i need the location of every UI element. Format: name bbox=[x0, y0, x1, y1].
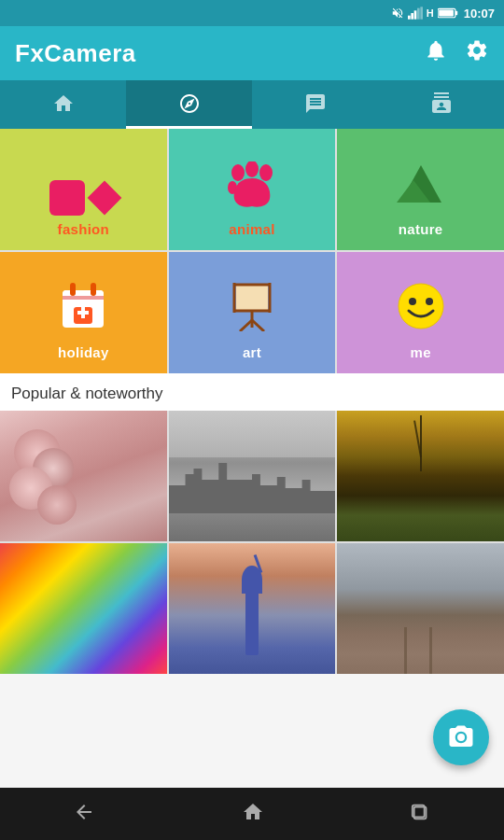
category-fashion[interactable]: fashion bbox=[0, 129, 167, 250]
svg-point-9 bbox=[245, 161, 259, 177]
photo-city[interactable] bbox=[169, 411, 336, 541]
camera-fab-button[interactable] bbox=[433, 709, 489, 765]
popular-title: Popular & noteworthy bbox=[11, 385, 163, 402]
home-button[interactable] bbox=[223, 793, 283, 835]
photo-field[interactable] bbox=[337, 543, 504, 674]
category-grid: fashion animal nature bbox=[0, 129, 504, 373]
photo-fruit[interactable] bbox=[0, 543, 167, 674]
app-header: FxCamera bbox=[0, 26, 504, 80]
nav-tabs bbox=[0, 80, 504, 129]
tab-contacts[interactable] bbox=[378, 80, 504, 129]
photo-sunset[interactable] bbox=[337, 411, 504, 541]
mute-icon bbox=[391, 7, 404, 20]
svg-rect-4 bbox=[420, 7, 423, 19]
category-animal[interactable]: animal bbox=[169, 129, 336, 250]
photo-grid bbox=[0, 411, 504, 674]
nature-label: nature bbox=[399, 221, 443, 237]
popular-section-header: Popular & noteworthy bbox=[0, 373, 504, 411]
header-icons bbox=[424, 38, 489, 68]
svg-rect-6 bbox=[455, 11, 457, 16]
svg-point-31 bbox=[409, 298, 416, 305]
bottom-nav-bar bbox=[0, 788, 504, 840]
tab-explore[interactable] bbox=[126, 80, 252, 129]
category-holiday[interactable]: holiday bbox=[0, 252, 167, 373]
signal-icon bbox=[408, 7, 423, 20]
svg-point-8 bbox=[231, 164, 245, 181]
svg-rect-22 bbox=[236, 285, 268, 311]
smiley-icon bbox=[396, 281, 446, 331]
status-icons: H 10:07 bbox=[391, 7, 495, 21]
svg-rect-0 bbox=[408, 16, 411, 20]
svg-rect-18 bbox=[63, 296, 104, 300]
mountain-icon bbox=[395, 161, 447, 208]
status-bar: H 10:07 bbox=[0, 0, 504, 26]
holiday-label: holiday bbox=[58, 344, 109, 360]
svg-rect-2 bbox=[413, 10, 416, 19]
notification-icon[interactable] bbox=[424, 38, 448, 68]
back-button[interactable] bbox=[54, 793, 114, 835]
art-label: art bbox=[243, 344, 261, 360]
category-nature[interactable]: nature bbox=[337, 129, 504, 250]
tab-home[interactable] bbox=[0, 80, 126, 129]
photo-macarons[interactable] bbox=[0, 411, 167, 541]
svg-point-32 bbox=[426, 298, 433, 305]
tab-messages[interactable] bbox=[252, 80, 378, 129]
svg-rect-21 bbox=[81, 307, 85, 318]
settings-icon[interactable] bbox=[465, 38, 489, 68]
svg-line-25 bbox=[252, 320, 264, 331]
network-type: H bbox=[427, 7, 434, 19]
recents-button[interactable] bbox=[392, 794, 450, 834]
easel-icon bbox=[227, 281, 277, 331]
svg-point-10 bbox=[259, 164, 273, 181]
battery-icon bbox=[438, 7, 458, 19]
camera-icon bbox=[447, 723, 475, 751]
svg-point-30 bbox=[399, 284, 443, 329]
photo-statue[interactable] bbox=[169, 543, 336, 674]
me-label: me bbox=[411, 344, 431, 360]
clock: 10:07 bbox=[464, 7, 495, 21]
svg-rect-16 bbox=[70, 283, 76, 296]
calendar-icon bbox=[59, 283, 107, 331]
svg-rect-1 bbox=[411, 13, 413, 20]
app-title: FxCamera bbox=[15, 39, 136, 68]
fashion-label: fashion bbox=[58, 221, 109, 237]
paw-icon bbox=[225, 161, 279, 208]
svg-line-24 bbox=[240, 320, 252, 331]
animal-label: animal bbox=[229, 221, 274, 237]
svg-rect-17 bbox=[91, 283, 96, 296]
svg-rect-3 bbox=[417, 8, 420, 20]
category-art[interactable]: art bbox=[169, 252, 336, 373]
svg-rect-7 bbox=[439, 9, 454, 16]
category-me[interactable]: me bbox=[337, 252, 504, 373]
